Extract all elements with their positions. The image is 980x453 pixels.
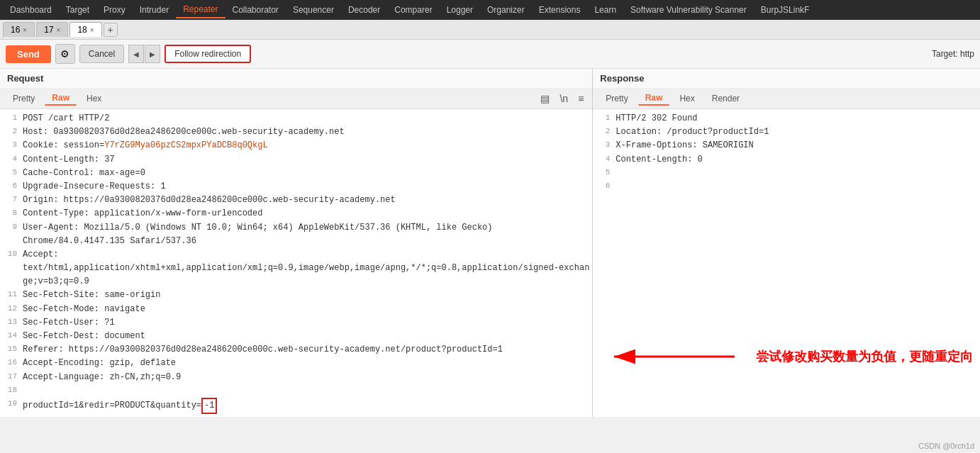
nav-vuln-scanner[interactable]: Software Vulnerability Scanner (623, 2, 754, 18)
resp-line-3: 3X-Frame-Options: SAMEORIGIN (593, 139, 980, 152)
request-header: Request (0, 69, 592, 89)
repeater-toolbar: Send ⚙ Cancel ◀ ▶ Follow redirection Tar… (0, 40, 980, 69)
req-line-2: 2Host: 0a9300820376d0d28ea2486200ce000c.… (0, 125, 592, 139)
resp-line-5: 5 (593, 167, 980, 180)
request-panel: Request Pretty Raw Hex ▤ \n ≡ 1POST /car… (0, 69, 593, 417)
request-code-area[interactable]: 1POST /cart HTTP/2 2Host: 0a9300820376d0… (0, 109, 592, 417)
response-tab-render[interactable]: Render (705, 92, 747, 105)
response-panel: Response Pretty Raw Hex Render 1HTTP/2 3… (593, 69, 980, 417)
req-line-11: 11Sec-Fetch-Site: same-origin (0, 289, 592, 302)
menu-icon[interactable]: ≡ (575, 91, 586, 106)
back-button[interactable]: ◀ (128, 45, 144, 63)
response-code-area[interactable]: 1HTTP/2 302 Found 2Location: /product?pr… (593, 109, 980, 266)
response-panel-tabs: Pretty Raw Hex Render (593, 89, 980, 109)
send-button[interactable]: Send (6, 45, 51, 63)
nav-proxy[interactable]: Proxy (96, 2, 133, 18)
resp-line-4: 4Content-Length: 0 (593, 153, 980, 167)
top-navigation: Dashboard Target Proxy Intruder Repeater… (0, 0, 980, 20)
forward-button[interactable]: ▶ (145, 45, 160, 63)
response-tab-pretty[interactable]: Pretty (598, 92, 635, 105)
arrow-svg (607, 339, 749, 374)
req-line-3: 3Cookie: session=Y7rZG9Mya06pzCS2mpxPYaD… (0, 139, 592, 152)
req-line-1: 1POST /cart HTTP/2 (0, 112, 592, 125)
tab-17[interactable]: 17 × (36, 22, 68, 37)
nav-decoder[interactable]: Decoder (341, 2, 387, 18)
req-line-8: 8Content-Type: application/x-www-form-ur… (0, 207, 592, 220)
tab-18[interactable]: 18 × (69, 22, 101, 37)
req-line-18: 18 (0, 384, 592, 398)
request-tab-raw[interactable]: Raw (45, 91, 77, 106)
request-tab-pretty[interactable]: Pretty (6, 92, 42, 105)
req-line-15: 15Referer: https://0a9300820376d0d28ea24… (0, 343, 592, 357)
response-header: Response (593, 69, 980, 89)
nav-burpjslinkf[interactable]: BurpJSLinkF (754, 2, 817, 18)
response-tab-hex[interactable]: Hex (672, 92, 701, 105)
nav-dashboard[interactable]: Dashboard (3, 2, 59, 18)
nav-sequencer[interactable]: Sequencer (286, 2, 341, 18)
nav-comparer[interactable]: Comparer (387, 2, 439, 18)
resp-line-6: 6 (593, 180, 980, 194)
req-line-19: 19productId=1&redir=PRODUCT&quantity=-1 (0, 398, 592, 414)
req-line-9b: 9Chrome/84.0.4147.135 Safari/537.36 (0, 235, 592, 248)
req-line-10: 10Accept: (0, 248, 592, 262)
nav-learn[interactable]: Learn (587, 2, 623, 18)
req-line-10b: 10text/html,application/xhtml+xml,applic… (0, 262, 592, 275)
highlight-icon[interactable]: ▤ (538, 91, 552, 106)
nav-target[interactable]: Target (59, 2, 96, 18)
request-tab-icons: ▤ \n ≡ (538, 91, 586, 106)
nav-buttons: ◀ ▶ (128, 45, 160, 63)
resp-line-1: 1HTTP/2 302 Found (593, 112, 980, 125)
req-line-6: 6Upgrade-Insecure-Requests: 1 (0, 180, 592, 194)
newline-icon[interactable]: \n (557, 91, 571, 106)
main-panels: Request Pretty Raw Hex ▤ \n ≡ 1POST /car… (0, 69, 980, 417)
req-line-4: 4Content-Length: 37 (0, 153, 592, 167)
req-line-10c: 10ge;v=b3;q=0.9 (0, 275, 592, 289)
req-line-12: 12Sec-Fetch-Mode: navigate (0, 303, 592, 316)
repeater-tabs: 16 × 17 × 18 × + (0, 20, 980, 40)
nav-logger[interactable]: Logger (440, 2, 480, 18)
nav-repeater[interactable]: Repeater (176, 1, 225, 18)
nav-collaborator[interactable]: Collaborator (225, 2, 286, 18)
nav-extensions[interactable]: Extensions (532, 2, 588, 18)
add-tab-button[interactable]: + (104, 23, 118, 37)
nav-organizer[interactable]: Organizer (480, 2, 532, 18)
request-panel-tabs: Pretty Raw Hex ▤ \n ≡ (0, 89, 592, 109)
req-line-9: 9User-Agent: Mozilla/5.0 (Windows NT 10.… (0, 221, 592, 235)
req-line-13: 13Sec-Fetch-User: ?1 (0, 316, 592, 330)
resp-line-2: 2Location: /product?productId=1 (593, 125, 980, 139)
target-label: Target: http (932, 49, 974, 59)
req-line-14: 14Sec-Fetch-Dest: document (0, 330, 592, 343)
tab-17-close[interactable]: × (57, 26, 61, 34)
request-tab-hex[interactable]: Hex (79, 92, 108, 105)
tab-16-close[interactable]: × (23, 26, 27, 34)
tab-18-close[interactable]: × (90, 26, 94, 34)
cancel-button[interactable]: Cancel (79, 45, 124, 63)
req-line-7: 7Origin: https://0a9300820376d0d28ea2486… (0, 194, 592, 207)
tab-16[interactable]: 16 × (3, 22, 35, 37)
annotation-area: 尝试修改购买数量为负值，更随重定向 (593, 266, 980, 417)
settings-button[interactable]: ⚙ (55, 44, 75, 64)
req-line-16: 16Accept-Encoding: gzip, deflate (0, 357, 592, 370)
follow-redirection-button[interactable]: Follow redirection (165, 45, 251, 63)
nav-intruder[interactable]: Intruder (133, 2, 176, 18)
req-line-5: 5Cache-Control: max-age=0 (0, 167, 592, 180)
req-line-17: 17Accept-Language: zh-CN,zh;q=0.9 (0, 371, 592, 384)
annotation-text: 尝试修改购买数量为负值，更随重定向 (756, 348, 973, 365)
response-tab-raw[interactable]: Raw (638, 91, 670, 106)
annotation-container: 尝试修改购买数量为负值，更随重定向 (607, 339, 973, 374)
